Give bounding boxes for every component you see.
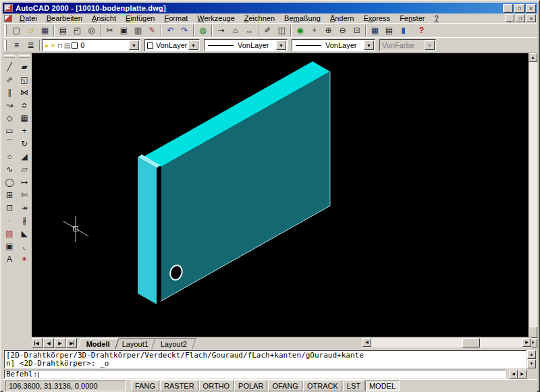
status-toggle-otrack[interactable]: OTRACK	[303, 381, 342, 391]
toolbar-button-new[interactable]: ▢	[9, 24, 24, 37]
cap-front-face[interactable]	[138, 157, 157, 304]
modify-button-explode[interactable]: ✶	[18, 252, 31, 265]
menu-item-10[interactable]: Fenster	[395, 13, 429, 23]
modify-button-move[interactable]: +	[18, 124, 31, 137]
toolbar-button-distance[interactable]: ↔	[242, 24, 256, 37]
toolbar-button-print-preview[interactable]: ◰	[70, 24, 84, 37]
draw-button-line[interactable]: ╱	[3, 60, 16, 73]
coordinate-readout[interactable]: 106.3600, 31.3136, 0.0000	[5, 381, 126, 391]
tab-nav-prev-button[interactable]: ◀	[43, 338, 54, 348]
toolbar-button-3d-orbit[interactable]: ◉	[293, 24, 307, 37]
toolbar-button-help[interactable]: ?	[414, 24, 429, 37]
draw-button-polyline[interactable]: ↝	[3, 99, 16, 111]
toolbar-button-redraw[interactable]: ✐	[261, 24, 275, 37]
toolbar-button-designcenter[interactable]: ▦	[368, 24, 382, 37]
menu-item-6[interactable]: Zeichnen	[240, 13, 279, 23]
status-toggle-fang[interactable]: FANG	[131, 381, 159, 391]
menu-item-0[interactable]: Datei	[15, 13, 42, 23]
horizontal-scrollbar[interactable]: ◀ ▶	[362, 338, 531, 347]
chevron-down-icon[interactable]: ▼	[364, 40, 374, 50]
toolbar-button-pan[interactable]: +	[307, 24, 321, 37]
draw-button-polygon[interactable]: ◇	[3, 111, 16, 124]
menu-item-9[interactable]: Express	[358, 13, 395, 23]
draw-button-insert-block[interactable]: ⊞	[3, 188, 16, 201]
menu-item-11[interactable]: ?	[429, 13, 443, 23]
menu-item-8[interactable]: Ändern	[325, 13, 358, 23]
command-history[interactable]: [2D-Drahtkörper/3D-Drahtkörper/Verdeckt/…	[4, 350, 526, 368]
doc-minimize-button[interactable]: _	[505, 14, 514, 22]
close-button[interactable]: ✕	[526, 4, 536, 13]
scroll-up-icon[interactable]: ▲	[529, 53, 537, 62]
drawing-viewport[interactable]	[32, 53, 532, 337]
toolbar-button-aerial-view[interactable]: ◫	[275, 24, 289, 37]
toolbar-button-paste[interactable]: ▥	[131, 24, 145, 37]
toolbar-button-undo[interactable]: ↶	[163, 24, 178, 37]
toolbar-button-copy[interactable]: ▣	[117, 24, 131, 37]
chevron-down-icon[interactable]: ▼	[276, 40, 286, 50]
tab-nav-last-button[interactable]: ▶	[66, 338, 77, 348]
toolbar-grip[interactable]	[4, 40, 7, 51]
menu-item-1[interactable]: Bearbeiten	[42, 13, 87, 23]
menu-item-3[interactable]: Einfügen	[121, 13, 159, 23]
command-input[interactable]: Befehl:	[4, 370, 506, 379]
modify-button-scale[interactable]: ◢	[18, 150, 31, 163]
sun-icon[interactable]: ☀	[50, 42, 56, 49]
toolbar-button-tracking[interactable]: ⇢	[214, 24, 228, 37]
draw-button-spline[interactable]: ∿	[3, 163, 16, 175]
tab-nav-first-button[interactable]: ◀	[32, 338, 43, 348]
toolbar-button-find[interactable]: ◎	[84, 24, 99, 37]
modify-button-stretch[interactable]: ▱	[18, 163, 31, 175]
toolbar-grip[interactable]	[19, 55, 30, 59]
tab-modell[interactable]: Modell	[77, 338, 119, 349]
lock-icon[interactable]: ⊓	[57, 42, 63, 49]
tab-layout2[interactable]: Layout2	[151, 338, 196, 349]
modify-button-array[interactable]: ▦	[18, 111, 31, 124]
draw-button-ellipse[interactable]: ◯	[3, 175, 16, 188]
menu-item-4[interactable]: Format	[159, 13, 192, 23]
tab-layout1[interactable]: Layout1	[113, 338, 157, 349]
scroll-right-icon[interactable]: ▶	[518, 370, 526, 379]
toolbar-button-open[interactable]: ▱	[24, 24, 38, 37]
modify-button-trim[interactable]: ✄	[18, 188, 31, 201]
toolbar-button-zoom-previous[interactable]: ⊖	[335, 24, 350, 37]
draw-button-construction-line[interactable]: ⇗	[3, 73, 16, 86]
menu-item-7[interactable]: Bemaßung	[279, 13, 325, 23]
lineweight-combo[interactable]: VonLayer ▼	[292, 39, 375, 51]
command-history-scrollbar[interactable]: ▲ ▼	[527, 350, 536, 368]
vertical-scrollbar[interactable]: ▲ ▼	[529, 53, 537, 347]
status-toggle-ortho[interactable]: ORTHO	[199, 381, 234, 391]
scroll-down-icon[interactable]: ▼	[527, 360, 536, 368]
tab-nav-next-button[interactable]: ▶	[55, 338, 65, 348]
draw-button-arc[interactable]: ⌒	[3, 137, 16, 150]
horizontal-scroll-thumb[interactable]	[462, 338, 480, 347]
toolbar-button-redo[interactable]: ↷	[178, 24, 192, 37]
toolbar-button-zoom-window[interactable]: ⊡	[350, 24, 364, 37]
draw-button-point[interactable]: ∙	[3, 214, 16, 227]
modify-button-fillet[interactable]: ◟	[18, 240, 31, 252]
scroll-left-icon[interactable]: ◀	[509, 370, 518, 379]
doc-restore-button[interactable]: ❐	[516, 14, 525, 22]
modify-button-lengthen[interactable]: ↦	[18, 175, 31, 188]
status-toggle-model[interactable]: MODEL	[365, 381, 400, 391]
chevron-down-icon[interactable]: ▼	[129, 40, 139, 50]
draw-button-circle[interactable]: ○	[3, 150, 16, 163]
toolbar-button-ucs[interactable]: ⌂	[228, 24, 242, 37]
menu-item-5[interactable]: Werkzeuge	[192, 13, 239, 23]
scroll-up-icon[interactable]: ▲	[527, 350, 536, 359]
draw-button-rectangle[interactable]: ▭	[3, 124, 16, 137]
toolbar-button-save[interactable]: ▦	[38, 24, 52, 37]
chevron-down-icon[interactable]: ▼	[188, 40, 198, 50]
toolbar-button-layers[interactable]: ≣	[24, 39, 38, 52]
toolbar-button-make-object-layer-current[interactable]: ≡	[9, 39, 24, 52]
toolbar-button-dbconnect[interactable]: ▮	[396, 24, 410, 37]
linetype-combo[interactable]: VonLayer ▼	[204, 39, 288, 51]
lightbulb-icon[interactable]: ●	[45, 42, 49, 49]
printer-icon[interactable]: ▤	[64, 42, 70, 49]
draw-button-text[interactable]: A	[3, 252, 16, 265]
modify-button-erase[interactable]: ▰	[18, 60, 31, 73]
toolbar-grip[interactable]	[4, 25, 7, 36]
menu-item-2[interactable]: Ansicht	[87, 13, 121, 23]
toolbar-button-zoom-realtime[interactable]: ⊕	[321, 24, 335, 37]
scroll-left-icon[interactable]: ◀	[362, 338, 371, 347]
toolbar-button-cut[interactable]: ✂	[103, 24, 117, 37]
